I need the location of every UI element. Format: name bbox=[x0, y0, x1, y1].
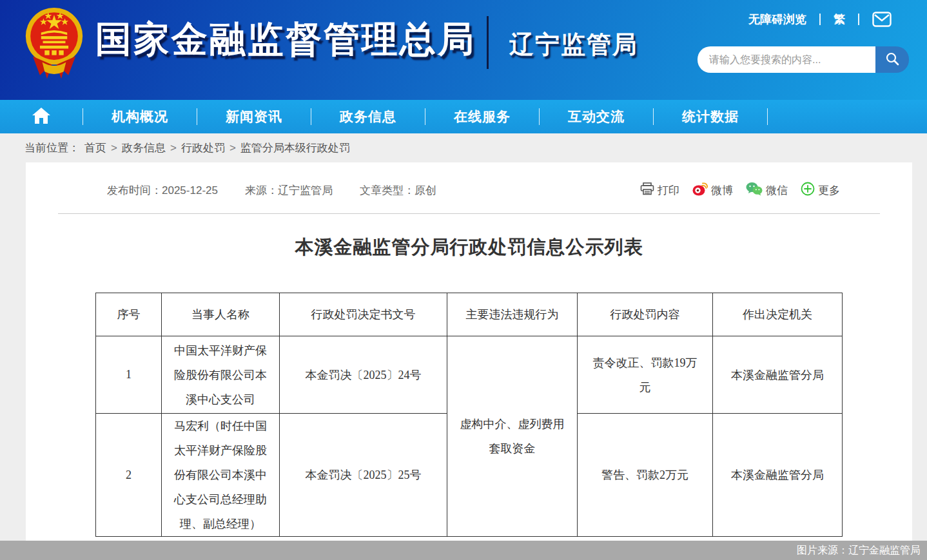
share-group: 打印 微博 bbox=[640, 182, 840, 199]
weibo-share-button[interactable]: 微博 bbox=[692, 182, 733, 199]
breadcrumb-home[interactable]: 首页 bbox=[84, 140, 106, 155]
breadcrumb-branch-penalty[interactable]: 监管分局本级行政处罚 bbox=[240, 140, 350, 155]
weibo-label: 微博 bbox=[711, 183, 733, 198]
nav-item-online-service[interactable]: 在线服务 bbox=[425, 100, 539, 133]
nav-item-interaction[interactable]: 互动交流 bbox=[540, 100, 653, 133]
site-header: 国家金融监督管理总局 辽宁监管局 无障碍浏览 繁 bbox=[0, 0, 927, 100]
col-header-no: 序号 bbox=[96, 293, 162, 336]
cell-authority: 本溪金融监管分局 bbox=[713, 336, 843, 414]
search-icon bbox=[885, 52, 899, 68]
breadcrumb-separator: > bbox=[229, 142, 236, 155]
header-divider bbox=[487, 16, 489, 69]
article-type-label: 文章类型： bbox=[360, 184, 415, 197]
top-links-separator bbox=[819, 14, 821, 25]
cell-party: 中国太平洋财产保险股份有限公司本溪中心支公司 bbox=[162, 336, 280, 414]
top-links-separator bbox=[858, 14, 859, 25]
meta-separator bbox=[58, 213, 880, 214]
table-row: 1 中国太平洋财产保险股份有限公司本溪中心支公司 本金罚决〔2025〕24号 虚… bbox=[96, 336, 843, 414]
breadcrumb-label: 当前位置： bbox=[24, 140, 79, 155]
penalty-table: 序号 当事人名称 行政处罚决定书文号 主要违法违规行为 行政处罚内容 作出决定机… bbox=[95, 293, 843, 537]
site-title: 国家金融监督管理总局 bbox=[95, 15, 476, 64]
weibo-icon bbox=[692, 182, 708, 199]
main-nav: 机构概况 新闻资讯 政务信息 在线服务 互动交流 统计数据 bbox=[0, 100, 927, 133]
wechat-icon bbox=[746, 182, 763, 199]
nav-item-statistics[interactable]: 统计数据 bbox=[654, 100, 767, 133]
more-share-button[interactable]: 更多 bbox=[801, 182, 840, 199]
cell-no: 2 bbox=[96, 414, 162, 537]
traditional-chinese-link[interactable]: 繁 bbox=[834, 12, 845, 27]
search-button[interactable] bbox=[875, 46, 909, 73]
source-label: 来源： bbox=[245, 184, 278, 197]
breadcrumb-separator: > bbox=[170, 142, 177, 155]
plus-circle-icon bbox=[801, 182, 815, 199]
publish-date-label: 发布时间： bbox=[107, 184, 162, 197]
cell-penalty: 责令改正、罚款19万元 bbox=[578, 336, 713, 414]
col-header-violation: 主要违法违规行为 bbox=[447, 293, 578, 336]
cell-no: 1 bbox=[96, 336, 162, 414]
source-value: 辽宁监管局 bbox=[278, 184, 333, 197]
accessibility-link[interactable]: 无障碍浏览 bbox=[748, 12, 806, 27]
breadcrumb: 当前位置： 首页 > 政务信息 > 行政处罚 > 监管分局本级行政处罚 bbox=[0, 133, 927, 162]
mail-icon[interactable] bbox=[872, 12, 892, 27]
article-meta: 发布时间：2025-12-25 来源：辽宁监管局 文章类型：原创 bbox=[107, 183, 436, 198]
nav-separator bbox=[767, 108, 768, 125]
cell-party: 马宏利（时任中国太平洋财产保险股份有限公司本溪中心支公司总经理助理、副总经理） bbox=[162, 414, 280, 537]
col-header-party: 当事人名称 bbox=[162, 293, 280, 336]
page-title: 本溪金融监管分局行政处罚信息公示列表 bbox=[26, 235, 912, 260]
wechat-share-button[interactable]: 微信 bbox=[746, 182, 788, 199]
nav-item-news[interactable]: 新闻资讯 bbox=[197, 100, 311, 133]
cell-violation-merged: 虚构中介、虚列费用套取资金 bbox=[447, 336, 578, 537]
breadcrumb-gov-info[interactable]: 政务信息 bbox=[122, 140, 166, 155]
col-header-doc-no: 行政处罚决定书文号 bbox=[280, 293, 447, 336]
cell-doc-no: 本金罚决〔2025〕24号 bbox=[280, 336, 447, 414]
col-header-authority: 作出决定机关 bbox=[713, 293, 843, 336]
nav-home[interactable] bbox=[0, 100, 83, 133]
image-source-caption: 图片来源：辽宁金融监管局 bbox=[0, 541, 927, 560]
article-meta-row: 发布时间：2025-12-25 来源：辽宁监管局 文章类型：原创 打印 bbox=[26, 162, 912, 199]
breadcrumb-separator: > bbox=[111, 142, 117, 155]
printer-icon bbox=[640, 182, 654, 198]
top-links: 无障碍浏览 繁 bbox=[748, 12, 892, 27]
cell-authority: 本溪金融监管分局 bbox=[713, 414, 843, 537]
search-box bbox=[698, 46, 909, 73]
print-label: 打印 bbox=[658, 183, 679, 198]
breadcrumb-penalty[interactable]: 行政处罚 bbox=[181, 140, 225, 155]
article-type-value: 原创 bbox=[415, 184, 436, 197]
cell-doc-no: 本金罚决〔2025〕25号 bbox=[280, 414, 447, 537]
search-input[interactable] bbox=[698, 46, 875, 73]
content-panel: 发布时间：2025-12-25 来源：辽宁监管局 文章类型：原创 打印 bbox=[26, 162, 912, 560]
nav-item-orgs[interactable]: 机构概况 bbox=[83, 100, 197, 133]
table-header-row: 序号 当事人名称 行政处罚决定书文号 主要违法违规行为 行政处罚内容 作出决定机… bbox=[96, 293, 843, 336]
national-emblem-logo bbox=[24, 5, 84, 84]
nav-item-gov-info[interactable]: 政务信息 bbox=[311, 100, 425, 133]
col-header-penalty: 行政处罚内容 bbox=[578, 293, 713, 336]
more-label: 更多 bbox=[818, 183, 840, 198]
bureau-title: 辽宁监管局 bbox=[509, 28, 638, 61]
print-button[interactable]: 打印 bbox=[640, 182, 679, 198]
cell-penalty: 警告、罚款2万元 bbox=[578, 414, 713, 537]
publish-date-value: 2025-12-25 bbox=[162, 184, 218, 197]
wechat-label: 微信 bbox=[766, 183, 788, 198]
home-icon bbox=[32, 107, 51, 127]
